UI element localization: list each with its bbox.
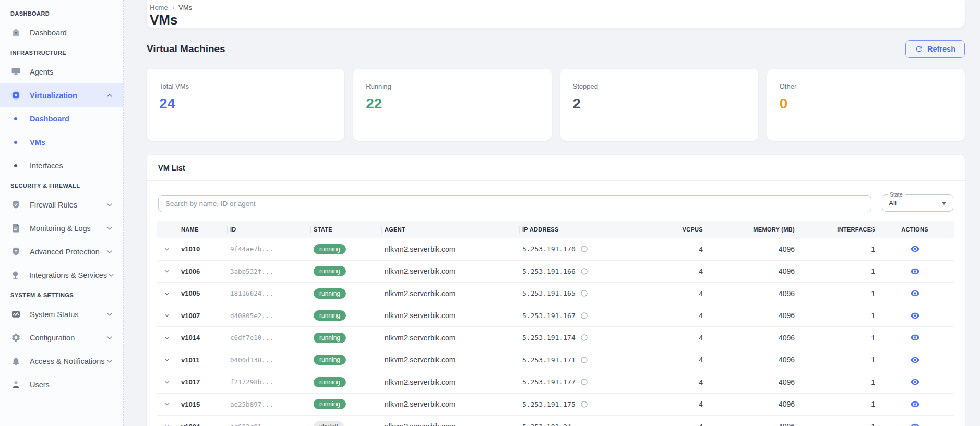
chevron-down-icon [105,201,114,209]
info-icon[interactable] [580,267,588,275]
row-expand-button[interactable] [161,244,173,255]
gear-icon [10,333,21,343]
vm-actions-cell [875,309,954,323]
page-title: VMs [149,12,952,28]
sidebar-subitem-interfaces[interactable]: Interfaces [0,154,123,177]
view-vm-button[interactable] [908,375,922,389]
vm-actions-cell [875,242,954,256]
vm-memory-cell: 4096 [703,422,795,426]
vm-interfaces-cell: 1 [795,400,875,408]
column-header-state: STATE [314,221,385,238]
sidebar-subitem-vms[interactable]: VMs [0,130,123,154]
stat-card-value: 2 [573,95,746,112]
expand-cell [157,244,181,255]
vm-state-cell: running [314,333,385,343]
vm-agent-cell: nlkvm2.serverbik.com [385,245,522,253]
row-expand-button[interactable] [161,288,173,299]
vm-actions-cell [875,286,954,300]
sidebar-item-label: Firewall Rules [30,201,105,209]
view-vm-button[interactable] [908,353,922,367]
view-vm-button[interactable] [908,331,922,345]
column-header-vcpus: VCPUS [659,221,703,238]
row-expand-button[interactable] [161,398,173,410]
row-expand-button[interactable] [161,421,173,426]
vm-ip-cell: 5.253.191.177 [522,378,659,386]
search-input[interactable] [158,195,871,212]
view-vm-button[interactable] [908,286,922,300]
ip-address: 5.253.191.170 [522,245,576,253]
chevron-down-icon [105,248,114,256]
vm-agent-cell: nlkvm2.serverbik.com [385,356,522,364]
vm-state-cell: shutoff [314,421,385,426]
table-row: v10063abb532f...runningnlkvm2.serverbik.… [157,261,954,283]
vm-vcpus-cell: 4 [659,311,703,320]
sidebar-item-firewall-rules[interactable]: Firewall Rules [0,193,123,216]
sidebar-subitem-label: VMs [30,138,45,147]
sidebar-section-label-system-settings: SYSTEM & SETTINGS [0,287,123,302]
section-header: Virtual Machines Refresh [147,40,965,58]
info-icon[interactable] [580,289,588,297]
breadcrumb-home-link[interactable]: Home [150,4,168,11]
vm-id-cell: d40805e2... [230,312,314,320]
sidebar-item-agents[interactable]: Agents [0,60,123,83]
sidebar-item-dashboard[interactable]: Dashboard [0,21,123,44]
expand-cell [157,265,181,277]
vm-id-cell: 9f44ae7b... [230,245,314,253]
info-icon[interactable] [580,334,588,342]
view-vm-button[interactable] [908,309,922,323]
sidebar-item-users[interactable]: Users [0,373,123,396]
column-header-id: ID [230,221,314,238]
view-vm-button[interactable] [908,397,922,411]
expand-cell [157,332,181,344]
sidebar-item-configuration[interactable]: Configuration [0,326,123,349]
state-filter-select[interactable]: State All [882,194,953,212]
view-vm-button[interactable] [908,264,922,278]
ip-address: 5.253.191.165 [522,289,576,297]
vm-interfaces-cell: 1 [795,378,875,386]
info-icon[interactable] [580,245,588,253]
pulse-icon [10,309,21,320]
table-row: v1014c6df7e10...runningnlkvm2.serverbik.… [157,327,954,349]
stat-card-running: Running22 [353,69,551,141]
refresh-button[interactable]: Refresh [905,40,965,58]
vm-state-cell: running [314,377,385,387]
vm-list-filters: State All [147,181,965,212]
refresh-button-label: Refresh [927,45,955,53]
shield-check-icon [10,200,21,210]
vm-actions-cell [875,397,954,411]
expand-cell [157,354,181,366]
sidebar-item-system-status[interactable]: System Status [0,302,123,326]
row-expand-button[interactable] [161,332,173,344]
info-icon[interactable] [580,356,588,364]
sidebar-item-monitoring-logs[interactable]: Monitoring & Logs [0,216,123,240]
sidebar-item-label: Monitoring & Logs [30,224,105,233]
row-expand-button[interactable] [161,265,173,277]
sidebar-item-virtualization[interactable]: Virtualization [0,83,123,107]
column-header-name: NAME [181,221,230,238]
sidebar-item-access-notifications[interactable]: Access & Notifications [0,349,123,373]
view-vm-button[interactable] [908,242,922,256]
sidebar-subitem-dashboard[interactable]: Dashboard [0,107,123,130]
vm-name-cell: v1006 [181,267,230,275]
chevron-down-icon [941,202,947,205]
ip-address: 5.253.191.174 [522,334,576,342]
vm-agent-cell: nlkvm2.serverbik.com [385,400,522,408]
vm-vcpus-cell: 4 [659,400,703,408]
vm-memory-cell: 4096 [703,334,795,342]
state-filter-label: State [888,191,905,198]
row-expand-button[interactable] [161,376,173,388]
sidebar-item-advanced-protection[interactable]: Advanced Protection [0,240,123,263]
sidebar-section-label-security-firewall: SECURITY & FIREWALL [0,177,123,193]
info-icon[interactable] [580,400,588,408]
vm-state-cell: running [314,355,385,365]
row-expand-button[interactable] [161,310,173,321]
view-vm-button[interactable] [908,420,922,426]
row-expand-button[interactable] [161,354,173,366]
shield-key-icon [10,247,21,257]
info-icon[interactable] [580,378,588,386]
state-badge: running [314,266,346,276]
sidebar-item-integrations-services[interactable]: Integrations & Services [0,263,123,287]
vm-list-title: VM List [147,155,965,181]
info-icon[interactable] [580,312,588,320]
vm-ip-cell: 5.253.191.167 [522,312,659,320]
